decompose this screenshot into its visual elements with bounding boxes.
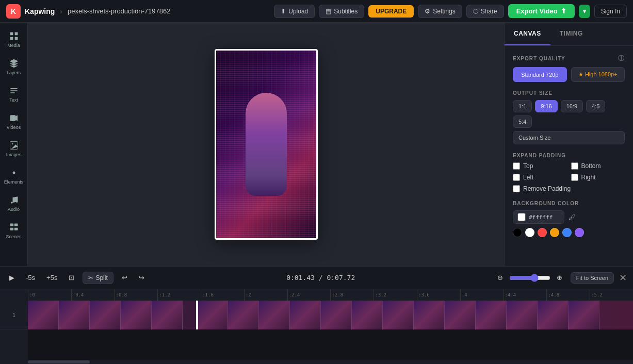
timeline-close-button[interactable]: ✕ — [619, 272, 627, 284]
tab-timing[interactable]: TIMING — [550, 23, 592, 45]
sidebar-item-videos[interactable]: Videos — [2, 109, 26, 134]
preset-red[interactable] — [538, 228, 547, 237]
color-row: 🖋 — [513, 210, 625, 237]
ratio-5-4[interactable]: 5:4 — [513, 115, 532, 128]
track-segment-first[interactable] — [28, 301, 197, 329]
undo-button[interactable]: ↩ — [119, 272, 131, 284]
svg-rect-2 — [10, 37, 13, 40]
thumb-18 — [569, 301, 599, 329]
info-icon[interactable]: ⓘ — [618, 54, 625, 63]
thumb-3 — [90, 301, 121, 329]
track-segment-rest[interactable] — [197, 301, 633, 329]
color-input-group — [513, 210, 564, 224]
ratio-16-9[interactable]: 16:9 — [561, 100, 583, 112]
remove-padding-checkbox[interactable] — [513, 185, 520, 192]
svg-point-6 — [11, 143, 12, 145]
svg-rect-11 — [14, 228, 18, 230]
scrollbar-thumb[interactable] — [28, 360, 90, 363]
sidebar-item-images[interactable]: Images — [2, 136, 26, 161]
export-caret-button[interactable]: ▾ — [579, 5, 590, 18]
subtitles-button[interactable]: ▤ Subtitles — [319, 5, 364, 18]
scrollbar-track — [0, 360, 633, 364]
export-quality-label: EXPORT QUALITY ⓘ — [513, 54, 625, 63]
padding-bottom-checkbox[interactable] — [571, 162, 578, 170]
panel-tabs: CANVAS TIMING — [505, 23, 633, 46]
settings-icon: ⚙ — [425, 8, 430, 15]
main-area: Media Layers Text Videos Images Elements… — [0, 23, 633, 266]
ruler-mark-9: :3.6 — [417, 289, 460, 301]
padding-bottom[interactable]: Bottom — [571, 162, 625, 170]
zoom-slider[interactable] — [509, 274, 550, 282]
split-button[interactable]: ✂ Split — [83, 272, 113, 284]
eyedropper-button[interactable]: 🖋 — [569, 213, 576, 221]
upload-button[interactable]: ⬆ Upload — [274, 5, 315, 18]
ruler-mark-8: :3.2 — [374, 289, 417, 301]
color-hex-input[interactable] — [529, 214, 560, 221]
quality-720p[interactable]: Standard 720p — [513, 67, 567, 82]
preset-black[interactable] — [513, 228, 522, 237]
share-button[interactable]: ⬡ Share — [466, 5, 504, 18]
thumb-9 — [290, 301, 321, 329]
zoom-in-button[interactable]: ⊕ — [554, 272, 565, 284]
svg-rect-8 — [10, 224, 13, 226]
ruler-mark-13: :5.2 — [590, 289, 633, 301]
redo-button[interactable]: ↪ — [136, 272, 148, 284]
skip-back-button[interactable]: -5s — [23, 272, 38, 284]
background-color-section: BACKGROUND COLOR 🖋 — [513, 201, 625, 237]
thumb-13 — [414, 301, 445, 329]
breadcrumb-sep: › — [60, 7, 62, 15]
custom-size-button[interactable]: Custom Size — [513, 131, 625, 144]
track-labels: 1 — [0, 301, 28, 360]
ruler-mark-0: :0 — [28, 289, 71, 301]
quality-1080p[interactable]: High 1080p+ — [571, 67, 625, 82]
panel-content: EXPORT QUALITY ⓘ Standard 720p High 1080… — [505, 46, 633, 245]
svg-point-7 — [12, 172, 15, 174]
preset-blue[interactable] — [562, 228, 572, 237]
video-content — [216, 51, 316, 238]
upgrade-button[interactable]: UPGRADE — [368, 5, 414, 18]
play-button[interactable]: ▶ — [6, 272, 18, 284]
sidebar-item-scenes[interactable]: Scenes — [2, 218, 26, 243]
ratio-1-1[interactable]: 1:1 — [513, 100, 532, 112]
tab-canvas[interactable]: CANVAS — [505, 23, 550, 45]
padding-left-checkbox[interactable] — [513, 174, 520, 181]
playhead[interactable] — [197, 301, 198, 329]
svg-rect-3 — [14, 37, 18, 40]
thumb-17 — [538, 301, 569, 329]
ratio-4-5[interactable]: 4:5 — [586, 100, 605, 112]
ratio-9-16[interactable]: 9:16 — [535, 100, 557, 112]
skip-forward-button[interactable]: +5s — [43, 272, 60, 284]
fit-screen-button[interactable]: Fit to Screen — [571, 272, 614, 284]
preset-yellow[interactable] — [550, 228, 559, 237]
padding-right[interactable]: Right — [571, 174, 625, 181]
padding-right-checkbox[interactable] — [571, 174, 578, 181]
remove-padding[interactable]: Remove Padding — [513, 185, 625, 192]
sidebar-item-audio[interactable]: Audio — [2, 191, 26, 216]
upload-icon: ⬆ — [281, 8, 286, 15]
sidebar-item-elements[interactable]: Elements — [2, 163, 26, 189]
canvas-area[interactable] — [28, 23, 504, 266]
ruler-mark-7: :2.8 — [330, 289, 374, 301]
settings-button[interactable]: ⚙ Settings — [418, 5, 462, 18]
project-name: pexels-shvets-production-7197862 — [68, 7, 170, 15]
preset-white[interactable] — [525, 228, 534, 237]
ruler-mark-1: :0.4 — [71, 289, 115, 301]
expand-padding-section: EXPAND PADDING Top Bottom Left — [513, 153, 625, 192]
color-swatch[interactable] — [517, 213, 526, 221]
thumb-10 — [321, 301, 352, 329]
sidebar-item-layers[interactable]: Layers — [2, 54, 26, 79]
padding-left[interactable]: Left — [513, 174, 567, 181]
output-size-section: OUTPUT SIZE 1:1 9:16 16:9 4:5 5:4 Custom… — [513, 90, 625, 144]
export-button[interactable]: Export Video ⬆ — [508, 4, 575, 18]
signin-button[interactable]: Sign In — [594, 5, 627, 18]
zoom-out-button[interactable]: ⊖ — [494, 272, 506, 284]
sidebar-item-text[interactable]: Text — [2, 81, 26, 107]
svg-rect-10 — [10, 228, 13, 230]
thumb-2 — [59, 301, 90, 329]
sidebar-item-media[interactable]: Media — [2, 27, 26, 52]
split-marker-button[interactable]: ⊡ — [66, 272, 77, 284]
preset-purple[interactable] — [575, 228, 584, 237]
padding-top-checkbox[interactable] — [513, 162, 520, 170]
ruler-mark-5: :2 — [244, 289, 287, 301]
padding-top[interactable]: Top — [513, 162, 567, 170]
